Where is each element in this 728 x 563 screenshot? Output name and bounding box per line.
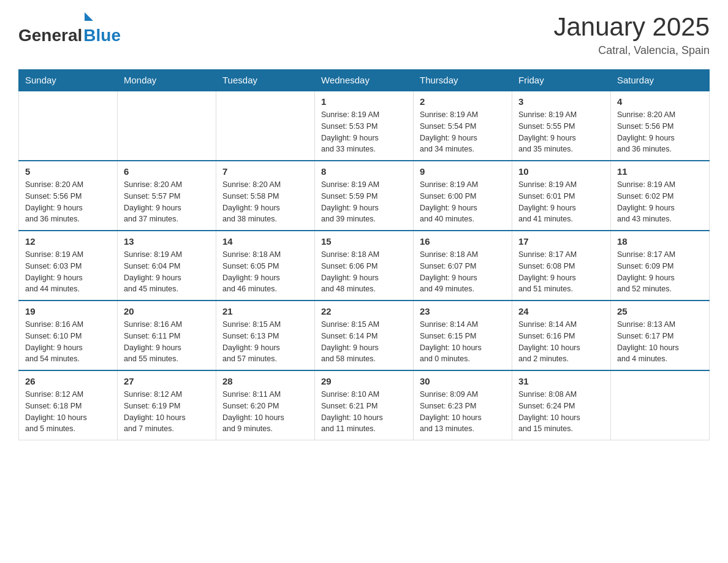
logo-blue-text: Blue bbox=[83, 26, 121, 45]
calendar-cell: 3Sunrise: 8:19 AM Sunset: 5:55 PM Daylig… bbox=[512, 91, 611, 161]
calendar-cell: 25Sunrise: 8:13 AM Sunset: 6:17 PM Dayli… bbox=[611, 301, 710, 370]
weekday-header-tuesday: Tuesday bbox=[216, 70, 315, 91]
weekday-header-saturday: Saturday bbox=[611, 70, 710, 91]
calendar-cell bbox=[611, 370, 710, 440]
weekday-header-friday: Friday bbox=[512, 70, 611, 91]
logo: General Blue bbox=[18, 12, 121, 45]
day-info: Sunrise: 8:15 AM Sunset: 6:13 PM Dayligh… bbox=[222, 319, 308, 365]
logo-general-text: General bbox=[18, 26, 82, 45]
day-number: 1 bbox=[321, 96, 407, 107]
title-block: January 2025 Catral, Valencia, Spain bbox=[553, 12, 710, 57]
logo-triangle-icon bbox=[85, 12, 93, 21]
calendar-table: SundayMondayTuesdayWednesdayThursdayFrid… bbox=[18, 69, 710, 440]
day-number: 29 bbox=[321, 376, 407, 386]
calendar-subtitle: Catral, Valencia, Spain bbox=[553, 44, 710, 57]
day-info: Sunrise: 8:18 AM Sunset: 6:07 PM Dayligh… bbox=[420, 249, 506, 295]
day-number: 24 bbox=[518, 306, 604, 316]
day-info: Sunrise: 8:18 AM Sunset: 6:06 PM Dayligh… bbox=[321, 249, 407, 295]
day-info: Sunrise: 8:08 AM Sunset: 6:24 PM Dayligh… bbox=[518, 389, 604, 435]
day-number: 26 bbox=[25, 376, 111, 386]
calendar-cell: 9Sunrise: 8:19 AM Sunset: 6:00 PM Daylig… bbox=[414, 161, 512, 231]
day-number: 12 bbox=[25, 236, 111, 247]
weekday-header-thursday: Thursday bbox=[414, 70, 512, 91]
day-number: 2 bbox=[420, 96, 506, 107]
calendar-week-row: 26Sunrise: 8:12 AM Sunset: 6:18 PM Dayli… bbox=[19, 370, 710, 440]
day-info: Sunrise: 8:19 AM Sunset: 6:03 PM Dayligh… bbox=[25, 249, 111, 295]
day-info: Sunrise: 8:19 AM Sunset: 5:53 PM Dayligh… bbox=[321, 109, 407, 155]
calendar-cell: 20Sunrise: 8:16 AM Sunset: 6:11 PM Dayli… bbox=[118, 301, 216, 370]
calendar-cell: 24Sunrise: 8:14 AM Sunset: 6:16 PM Dayli… bbox=[512, 301, 611, 370]
calendar-cell: 21Sunrise: 8:15 AM Sunset: 6:13 PM Dayli… bbox=[216, 301, 315, 370]
day-number: 16 bbox=[420, 236, 506, 247]
calendar-cell: 6Sunrise: 8:20 AM Sunset: 5:57 PM Daylig… bbox=[118, 161, 216, 231]
day-info: Sunrise: 8:12 AM Sunset: 6:18 PM Dayligh… bbox=[25, 389, 111, 435]
day-info: Sunrise: 8:20 AM Sunset: 5:57 PM Dayligh… bbox=[124, 179, 210, 225]
day-info: Sunrise: 8:09 AM Sunset: 6:23 PM Dayligh… bbox=[420, 389, 506, 435]
calendar-cell bbox=[118, 91, 216, 161]
weekday-header-row: SundayMondayTuesdayWednesdayThursdayFrid… bbox=[19, 70, 710, 91]
day-number: 5 bbox=[25, 166, 111, 177]
calendar-title: January 2025 bbox=[553, 12, 710, 42]
day-info: Sunrise: 8:15 AM Sunset: 6:14 PM Dayligh… bbox=[321, 319, 407, 365]
calendar-cell: 7Sunrise: 8:20 AM Sunset: 5:58 PM Daylig… bbox=[216, 161, 315, 231]
day-info: Sunrise: 8:13 AM Sunset: 6:17 PM Dayligh… bbox=[617, 319, 703, 365]
calendar-week-row: 12Sunrise: 8:19 AM Sunset: 6:03 PM Dayli… bbox=[19, 231, 710, 301]
calendar-week-row: 1Sunrise: 8:19 AM Sunset: 5:53 PM Daylig… bbox=[19, 91, 710, 161]
day-info: Sunrise: 8:20 AM Sunset: 5:56 PM Dayligh… bbox=[25, 179, 111, 225]
day-info: Sunrise: 8:19 AM Sunset: 5:54 PM Dayligh… bbox=[420, 109, 506, 155]
day-number: 28 bbox=[222, 376, 308, 386]
calendar-cell bbox=[19, 91, 118, 161]
calendar-cell: 31Sunrise: 8:08 AM Sunset: 6:24 PM Dayli… bbox=[512, 370, 611, 440]
page-header: General Blue January 2025 Catral, Valenc… bbox=[18, 12, 710, 57]
calendar-cell: 17Sunrise: 8:17 AM Sunset: 6:08 PM Dayli… bbox=[512, 231, 611, 301]
day-info: Sunrise: 8:19 AM Sunset: 6:04 PM Dayligh… bbox=[124, 249, 210, 295]
day-info: Sunrise: 8:19 AM Sunset: 6:02 PM Dayligh… bbox=[617, 179, 703, 225]
calendar-cell: 18Sunrise: 8:17 AM Sunset: 6:09 PM Dayli… bbox=[611, 231, 710, 301]
day-number: 15 bbox=[321, 236, 407, 247]
day-number: 10 bbox=[518, 166, 604, 177]
calendar-cell: 28Sunrise: 8:11 AM Sunset: 6:20 PM Dayli… bbox=[216, 370, 315, 440]
day-number: 6 bbox=[124, 166, 210, 177]
day-info: Sunrise: 8:16 AM Sunset: 6:10 PM Dayligh… bbox=[25, 319, 111, 365]
calendar-cell: 15Sunrise: 8:18 AM Sunset: 6:06 PM Dayli… bbox=[315, 231, 414, 301]
calendar-cell: 1Sunrise: 8:19 AM Sunset: 5:53 PM Daylig… bbox=[315, 91, 414, 161]
day-info: Sunrise: 8:19 AM Sunset: 5:55 PM Dayligh… bbox=[518, 109, 604, 155]
day-info: Sunrise: 8:19 AM Sunset: 6:01 PM Dayligh… bbox=[518, 179, 604, 225]
calendar-cell: 26Sunrise: 8:12 AM Sunset: 6:18 PM Dayli… bbox=[19, 370, 118, 440]
day-info: Sunrise: 8:20 AM Sunset: 5:56 PM Dayligh… bbox=[617, 109, 703, 155]
weekday-header-wednesday: Wednesday bbox=[315, 70, 414, 91]
calendar-cell: 29Sunrise: 8:10 AM Sunset: 6:21 PM Dayli… bbox=[315, 370, 414, 440]
day-number: 13 bbox=[124, 236, 210, 247]
day-number: 17 bbox=[518, 236, 604, 247]
day-info: Sunrise: 8:17 AM Sunset: 6:08 PM Dayligh… bbox=[518, 249, 604, 295]
calendar-cell: 10Sunrise: 8:19 AM Sunset: 6:01 PM Dayli… bbox=[512, 161, 611, 231]
day-number: 18 bbox=[617, 236, 703, 247]
day-info: Sunrise: 8:14 AM Sunset: 6:15 PM Dayligh… bbox=[420, 319, 506, 365]
calendar-cell: 19Sunrise: 8:16 AM Sunset: 6:10 PM Dayli… bbox=[19, 301, 118, 370]
day-number: 20 bbox=[124, 306, 210, 316]
day-number: 9 bbox=[420, 166, 506, 177]
calendar-cell: 14Sunrise: 8:18 AM Sunset: 6:05 PM Dayli… bbox=[216, 231, 315, 301]
day-number: 8 bbox=[321, 166, 407, 177]
day-number: 25 bbox=[617, 306, 703, 316]
calendar-week-row: 19Sunrise: 8:16 AM Sunset: 6:10 PM Dayli… bbox=[19, 301, 710, 370]
day-number: 23 bbox=[420, 306, 506, 316]
day-number: 3 bbox=[518, 96, 604, 107]
day-number: 7 bbox=[222, 166, 308, 177]
day-info: Sunrise: 8:20 AM Sunset: 5:58 PM Dayligh… bbox=[222, 179, 308, 225]
calendar-cell: 11Sunrise: 8:19 AM Sunset: 6:02 PM Dayli… bbox=[611, 161, 710, 231]
day-info: Sunrise: 8:12 AM Sunset: 6:19 PM Dayligh… bbox=[124, 389, 210, 435]
weekday-header-monday: Monday bbox=[118, 70, 216, 91]
day-number: 19 bbox=[25, 306, 111, 316]
calendar-cell: 27Sunrise: 8:12 AM Sunset: 6:19 PM Dayli… bbox=[118, 370, 216, 440]
day-info: Sunrise: 8:17 AM Sunset: 6:09 PM Dayligh… bbox=[617, 249, 703, 295]
calendar-cell: 22Sunrise: 8:15 AM Sunset: 6:14 PM Dayli… bbox=[315, 301, 414, 370]
day-info: Sunrise: 8:19 AM Sunset: 6:00 PM Dayligh… bbox=[420, 179, 506, 225]
calendar-cell bbox=[216, 91, 315, 161]
day-number: 30 bbox=[420, 376, 506, 386]
calendar-cell: 16Sunrise: 8:18 AM Sunset: 6:07 PM Dayli… bbox=[414, 231, 512, 301]
calendar-cell: 23Sunrise: 8:14 AM Sunset: 6:15 PM Dayli… bbox=[414, 301, 512, 370]
calendar-cell: 4Sunrise: 8:20 AM Sunset: 5:56 PM Daylig… bbox=[611, 91, 710, 161]
day-number: 27 bbox=[124, 376, 210, 386]
calendar-cell: 8Sunrise: 8:19 AM Sunset: 5:59 PM Daylig… bbox=[315, 161, 414, 231]
